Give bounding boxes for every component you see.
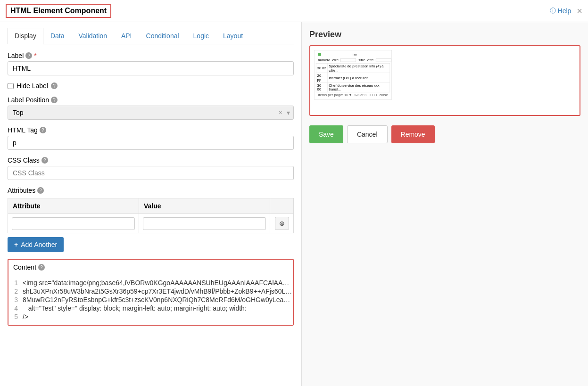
action-col-header	[270, 198, 294, 214]
sim-green-box	[318, 53, 321, 56]
sim-cell-num1: 30.02	[316, 63, 328, 73]
hide-label-checkbox[interactable]	[8, 83, 14, 89]
css-class-text: CSS Class	[8, 156, 40, 164]
label-input[interactable]	[8, 61, 294, 75]
modal-body: Display Data Validation API Conditional …	[0, 22, 588, 386]
content-help-icon[interactable]: ?	[38, 264, 45, 271]
help-label: Help	[558, 7, 571, 15]
html-tag-group: HTML Tag ?	[8, 126, 294, 150]
modal-title: HTML Element Component	[6, 4, 111, 18]
line-num-2: 2	[8, 287, 23, 295]
delete-row-button[interactable]: ⊗	[275, 217, 289, 230]
sim-search-input1	[340, 58, 356, 62]
sim-row-3: 30-00 Chef du service des réseau xxx tra…	[316, 82, 390, 92]
label-position-select[interactable]: Top Left Right Bottom	[8, 106, 294, 120]
add-another-button[interactable]: + Add Another	[8, 237, 64, 252]
label-position-text: Label Position	[8, 96, 49, 104]
remove-button[interactable]: Remove	[391, 125, 435, 143]
chevron-down-icon: ▾	[287, 109, 290, 116]
code-line-3: 3 8MuwRG12nFyRStoEsbnpG+kfr5c3t+zscKV0np…	[8, 296, 293, 304]
label-group: Label ? *	[8, 52, 294, 75]
attribute-cell	[8, 214, 139, 233]
tab-conditional[interactable]: Conditional	[139, 28, 186, 44]
delete-cell: ⊗	[270, 214, 294, 233]
css-class-input[interactable]	[8, 166, 294, 180]
css-class-group: CSS Class ?	[8, 156, 294, 180]
line-num-4: 4	[8, 304, 23, 312]
tab-api[interactable]: API	[114, 28, 139, 44]
save-button[interactable]: Save	[309, 125, 343, 143]
sim-cell-num2: 20-pp	[316, 73, 328, 82]
modal-container: HTML Element Component ⓘ Help × Display …	[0, 0, 588, 386]
value-input[interactable]	[143, 217, 266, 230]
tab-layout[interactable]: Layout	[216, 28, 250, 44]
css-class-label: CSS Class ?	[8, 156, 294, 164]
line-content-4: alt="Test" style=" display: block; margi…	[23, 304, 247, 312]
line-num-1: 1	[8, 279, 23, 287]
attributes-section-title: Attributes ?	[8, 187, 294, 194]
html-tag-help-icon[interactable]: ?	[40, 127, 46, 133]
attributes-table-header: Attribute Value	[8, 198, 294, 214]
sim-cell-title1: Spécialiste de prestation info (4) à câl…	[328, 63, 390, 73]
modal-header: HTML Element Component ⓘ Help ×	[0, 0, 588, 22]
code-line-5: 5 />	[8, 312, 293, 321]
table-row: ⊗	[8, 214, 294, 233]
code-line-2: 2 shL3uXPnXr58uW3bNra2t5GsXr36p59+cp7Xr3…	[8, 287, 293, 296]
sim-title: Title	[321, 53, 388, 56]
line-num-5: 5	[8, 313, 23, 320]
label-text: Label	[8, 52, 24, 59]
preview-title: Preview	[309, 30, 580, 40]
label-position-select-wrapper: Top Left Right Bottom × ▾	[8, 106, 294, 120]
label-position-help-icon[interactable]: ?	[51, 97, 58, 103]
close-icon[interactable]: ×	[577, 6, 582, 16]
html-tag-text: HTML Tag	[8, 126, 38, 134]
hide-label-help-icon[interactable]: ?	[51, 82, 58, 89]
right-panel: Preview Title numéro_ofre	[302, 22, 588, 386]
add-another-label: Add Another	[21, 241, 57, 248]
code-line-1: 1 <img src="data:image/png;base64,iVBORw…	[8, 279, 293, 287]
tabs-container: Display Data Validation API Conditional …	[8, 28, 294, 44]
tab-validation[interactable]: Validation	[71, 28, 114, 44]
sim-footer-left: Items per page: 10 ▾ · 1-3 of 3 · ‹ ‹ › …	[318, 93, 377, 97]
attributes-help-icon[interactable]: ?	[37, 187, 44, 194]
label-required: *	[34, 52, 36, 59]
sim-search-input2	[376, 58, 391, 62]
sim-footer: Items per page: 10 ▾ · 1-3 of 3 · ‹ ‹ › …	[316, 92, 390, 98]
css-class-help-icon[interactable]: ?	[41, 157, 48, 164]
html-tag-input[interactable]	[8, 136, 294, 150]
sim-footer-close: close	[380, 93, 388, 97]
hide-label-text: Hide Label	[17, 82, 48, 90]
attribute-input[interactable]	[12, 217, 135, 230]
attributes-label: Attributes	[8, 187, 35, 194]
tab-display[interactable]: Display	[8, 28, 43, 44]
tab-data[interactable]: Data	[43, 28, 72, 44]
label-help-icon[interactable]: ?	[25, 52, 32, 59]
sim-cell-title2: Infirmier (H/F) à recruter	[328, 73, 390, 82]
preview-box: Title numéro_ofre Titre_ofre	[309, 45, 580, 116]
code-editor[interactable]: 1 <img src="data:image/png;base64,iVBORw…	[8, 275, 293, 325]
sim-header: Title	[316, 52, 390, 57]
left-panel: Display Data Validation API Conditional …	[0, 22, 302, 386]
html-tag-label: HTML Tag ?	[8, 126, 294, 134]
preview-wrapper: Title numéro_ofre Titre_ofre	[314, 50, 576, 111]
help-link[interactable]: ⓘ Help	[550, 7, 571, 15]
preview-inner: Title numéro_ofre Titre_ofre	[314, 50, 576, 100]
sim-cell-title3: Chef du service des réseau xxx transl...	[328, 82, 390, 92]
line-content-2: shL3uXPnXr58uW3bNra2t5GsXr36p59+cp7Xr3ET…	[23, 287, 293, 295]
sim-search-label2: Titre_ofre	[358, 58, 374, 62]
delete-icon: ⊗	[279, 220, 285, 227]
label-position-label: Label Position ?	[8, 96, 294, 104]
select-clear-icon[interactable]: ×	[279, 109, 282, 116]
cancel-button[interactable]: Cancel	[347, 125, 388, 143]
line-content-1: <img src="data:image/png;base64,iVBORw0K…	[23, 279, 293, 287]
content-section: Content ? 1 <img src="data:image/png;bas…	[8, 259, 294, 326]
sim-search-label1: numéro_ofre	[318, 58, 339, 62]
sim-cell-num3: 30-00	[316, 82, 328, 92]
tab-logic[interactable]: Logic	[186, 28, 216, 44]
value-col-header: Value	[139, 198, 270, 214]
label-position-group: Label Position ? Top Left Right Bottom ×…	[8, 96, 294, 120]
action-buttons: Save Cancel Remove	[309, 125, 580, 143]
attributes-table: Attribute Value	[8, 198, 294, 233]
help-icon: ⓘ	[550, 7, 556, 15]
sim-row-2: 20-pp Infirmier (H/F) à recruter	[316, 73, 390, 82]
